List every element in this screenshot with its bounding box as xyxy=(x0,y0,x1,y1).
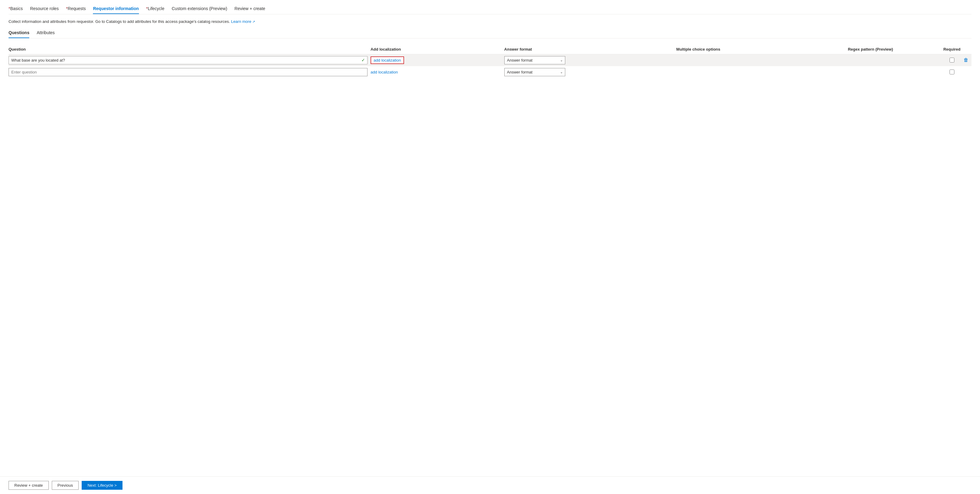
delete-cell-2 xyxy=(964,66,972,78)
external-link-icon: ↗ xyxy=(252,20,255,24)
answer-format-cell-2: Answer format Short text Long text Multi… xyxy=(504,66,676,78)
question-input-1[interactable] xyxy=(8,56,368,64)
required-checkbox-1[interactable] xyxy=(950,57,955,62)
col-header-regex: Regex pattern (Preview) xyxy=(848,45,943,54)
answer-format-cell-1: Answer format Short text Long text Multi… xyxy=(504,54,676,66)
col-header-required: Required xyxy=(943,45,964,54)
sub-tabs: Questions Attributes xyxy=(8,30,972,38)
required-checkbox-wrapper-1 xyxy=(943,57,961,62)
add-localization-highlighted-button[interactable]: add localization xyxy=(371,56,404,64)
delete-icon-1[interactable]: 🗑 xyxy=(964,57,969,62)
tab-requests[interactable]: *Requests xyxy=(66,6,86,14)
question-input-2[interactable] xyxy=(8,68,368,76)
answer-format-select-wrapper-1: Answer format Short text Long text Multi… xyxy=(504,56,565,64)
learn-more-link[interactable]: Learn more ↗ xyxy=(231,19,255,24)
answer-format-select-wrapper-2: Answer format Short text Long text Multi… xyxy=(504,68,565,76)
answer-format-select-2[interactable]: Answer format Short text Long text Multi… xyxy=(504,68,565,76)
required-cell-1 xyxy=(943,54,964,66)
page-description: Collect information and attributes from … xyxy=(8,19,972,25)
sub-tab-questions[interactable]: Questions xyxy=(8,30,29,38)
col-header-multiple-choice: Multiple choice options xyxy=(676,45,848,54)
col-header-answer-format: Answer format xyxy=(504,45,676,54)
tab-review-create[interactable]: Review + create xyxy=(235,6,266,14)
localization-cell-1: add localization xyxy=(371,54,504,66)
footer: Review + create Previous Next: Lifecycle… xyxy=(0,476,980,494)
tab-lifecycle[interactable]: *Lifecycle xyxy=(146,6,165,14)
answer-format-select-1[interactable]: Answer format Short text Long text Multi… xyxy=(504,56,565,64)
add-localization-link-2[interactable]: add localization xyxy=(371,69,398,75)
sub-tab-attributes[interactable]: Attributes xyxy=(37,30,54,38)
questions-table: Question Add localization Answer format … xyxy=(8,45,972,78)
regex-cell-1 xyxy=(848,54,943,66)
col-header-delete xyxy=(964,45,972,54)
nav-tabs: *Basics Resource roles *Requests Request… xyxy=(8,6,972,14)
review-create-button[interactable]: Review + create xyxy=(8,481,49,490)
multiple-choice-cell-2 xyxy=(676,66,848,78)
required-checkbox-wrapper-2 xyxy=(943,70,961,75)
tab-resource-roles[interactable]: Resource roles xyxy=(30,6,59,14)
required-checkbox-2[interactable] xyxy=(950,70,955,75)
checkmark-icon: ✓ xyxy=(361,57,365,62)
col-header-localization: Add localization xyxy=(371,45,504,54)
question-input-wrapper-1: ✓ xyxy=(8,56,368,64)
tab-basics[interactable]: *Basics xyxy=(8,6,23,14)
col-header-question: Question xyxy=(8,45,371,54)
required-cell-2 xyxy=(943,66,964,78)
tab-custom-extensions[interactable]: Custom extensions (Preview) xyxy=(172,6,228,14)
table-row: ✓ add localization Answer format Short t… xyxy=(8,54,972,66)
next-lifecycle-button[interactable]: Next: Lifecycle > xyxy=(82,481,123,490)
table-row: add localization Answer format Short tex… xyxy=(8,66,972,78)
localization-cell-2: add localization xyxy=(371,66,504,78)
delete-cell-1: 🗑 xyxy=(964,54,972,66)
regex-cell-2 xyxy=(848,66,943,78)
question-cell-2 xyxy=(8,66,371,78)
previous-button[interactable]: Previous xyxy=(52,481,79,490)
tab-requestor-information[interactable]: Requestor information xyxy=(93,6,138,14)
multiple-choice-cell-1 xyxy=(676,54,848,66)
question-cell-1: ✓ xyxy=(8,54,371,66)
